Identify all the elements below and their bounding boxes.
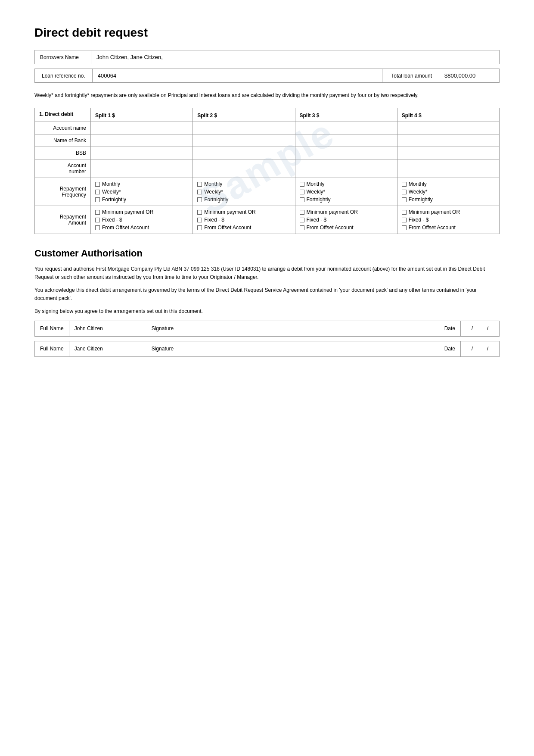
sig1-fullname-label: Full Name	[35, 321, 69, 336]
sig1-signature-label: Signature	[146, 321, 179, 336]
sig-row-1: Full Name John Citizen Signature Date / …	[34, 321, 500, 337]
section2-title: Customer Authorisation	[34, 248, 500, 259]
sig1-signature-box[interactable]	[179, 321, 439, 336]
sig2-date-box[interactable]: / /	[460, 341, 499, 356]
auth-para2: You acknowledge this direct debit arrang…	[34, 286, 500, 302]
page-title: Direct debit request	[34, 26, 500, 40]
borrowers-value: John Citizen, Jane Citizen,	[91, 50, 499, 64]
loan-amount-value: $800,000.00	[439, 69, 499, 82]
account-name-row: Account name	[35, 122, 500, 134]
sig2-signature-label: Signature	[146, 341, 179, 356]
bsb-row: BSB	[35, 147, 500, 159]
loan-ref-value: 400064	[92, 69, 382, 82]
bank-name-row: Name of Bank	[35, 134, 500, 147]
loan-row: Loan reference no. 400064 Total loan amo…	[34, 69, 500, 83]
repayment-amount-row: RepaymentAmount Minimum payment OR Fixed…	[35, 206, 500, 234]
loan-ref-label: Loan reference no.	[35, 69, 92, 82]
auth-para3: By signing below you agree to the arrang…	[34, 307, 500, 316]
col4-header: Split 4 $	[397, 108, 499, 122]
sig2-fullname-label: Full Name	[35, 341, 69, 356]
col1-header: Split 1 $	[91, 108, 193, 122]
col0-header: 1. Direct debit	[35, 108, 91, 122]
direct-debit-table: 1. Direct debit Split 1 $ Split 2 $ Spli…	[34, 108, 500, 234]
borrowers-label: Borrowers Name	[35, 50, 91, 64]
sig1-fullname-value: John Citizen	[69, 321, 146, 336]
sig2-date-label: Date	[439, 341, 460, 356]
col3-header: Split 3 $	[295, 108, 397, 122]
sig1-date-box[interactable]: / /	[460, 321, 499, 336]
repayment-frequency-row: RepaymentFrequency Monthly Weekly* Fortn…	[35, 178, 500, 206]
sig1-date-label: Date	[439, 321, 460, 336]
auth-para1: You request and authorise First Mortgage…	[34, 265, 500, 281]
sig2-signature-box[interactable]	[179, 341, 439, 356]
col2-header: Split 2 $	[193, 108, 295, 122]
loan-amount-label: Total loan amount	[382, 69, 439, 82]
sig2-fullname-value: Jane Citizen	[69, 341, 146, 356]
disclaimer-text: Weekly* and fortnightly* repayments are …	[34, 91, 500, 99]
sig-row-2: Full Name Jane Citizen Signature Date / …	[34, 341, 500, 357]
account-number-row: Accountnumber	[35, 159, 500, 178]
borrowers-row: Borrowers Name John Citizen, Jane Citize…	[34, 50, 500, 64]
